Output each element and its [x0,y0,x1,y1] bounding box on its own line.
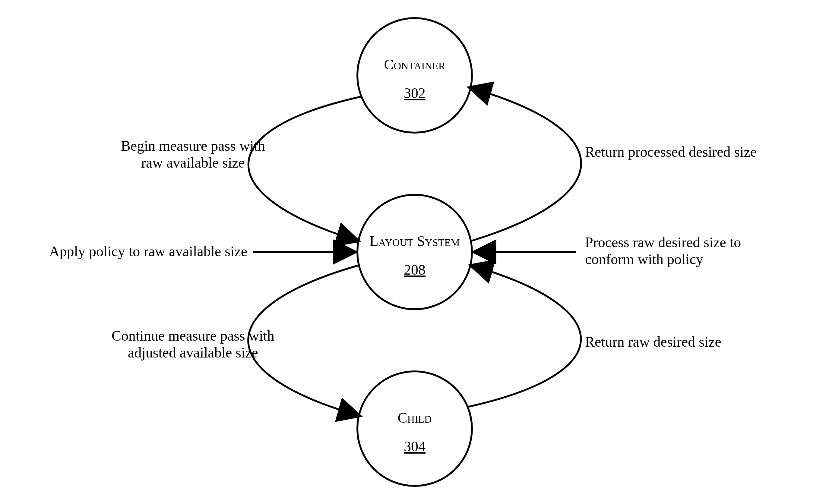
svg-point-1 [357,195,472,309]
label-continue-measure-2: adjusted available size [128,345,258,360]
diagram-canvas: Container 302 Layout System 208 Child 30… [0,0,829,504]
svg-point-0 [357,18,472,132]
node-layout-system: Layout System 208 [357,195,472,309]
label-process-raw-1: Process raw desired size to [585,234,741,250]
label-return-processed: Return processed desired size [585,144,757,160]
node-container-ref: 302 [404,85,426,101]
label-begin-measure-1: Begin measure pass with [121,138,265,154]
node-child-title: Child [397,410,432,426]
node-child: Child 304 [357,372,472,486]
node-container-title: Container [384,56,445,72]
node-layout-title: Layout System [369,233,460,249]
edge-return-raw [467,265,581,407]
label-continue-measure-1: Continue measure pass with [112,328,275,344]
node-container: Container 302 [357,18,472,132]
label-process-raw-2: conform with policy [585,251,703,267]
label-return-raw: Return raw desired size [585,334,721,350]
edge-return-processed [469,87,581,241]
node-child-ref: 304 [404,438,426,454]
node-layout-ref: 208 [404,262,426,278]
label-begin-measure-2: raw available size [141,155,245,170]
svg-point-2 [357,372,472,486]
edge-begin-measure [249,96,362,241]
label-apply-policy: Apply policy to raw available size [49,243,247,259]
